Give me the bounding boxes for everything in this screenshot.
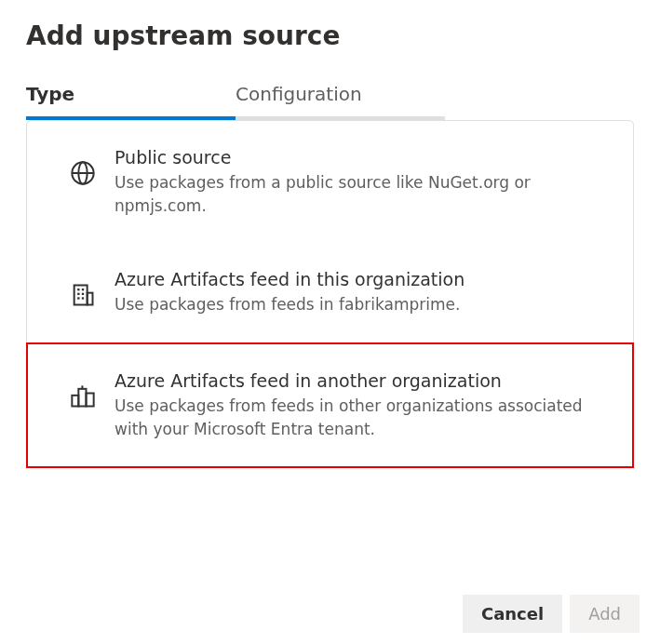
option-text: Public source Use packages from a public… (114, 147, 601, 217)
options-card: Public source Use packages from a public… (26, 120, 634, 468)
option-desc: Use packages from a public source like N… (114, 171, 601, 217)
svg-rect-13 (72, 396, 78, 407)
option-this-org[interactable]: Azure Artifacts feed in this organizatio… (27, 243, 633, 342)
dialog-title: Add upstream source (26, 20, 340, 51)
dialog-header: Add upstream source (26, 20, 634, 51)
city-icon (70, 383, 96, 409)
svg-rect-12 (82, 298, 84, 300)
cancel-button[interactable]: Cancel (463, 595, 562, 633)
option-other-org[interactable]: Azure Artifacts feed in another organiza… (28, 344, 632, 466)
tab-underline-active (26, 116, 236, 120)
tab-configuration[interactable]: Configuration (236, 83, 445, 116)
option-desc: Use packages from feeds in other organiz… (114, 395, 601, 440)
globe-icon (70, 160, 96, 186)
tab-type[interactable]: Type (26, 83, 236, 116)
close-button[interactable] (604, 21, 634, 51)
tabs: Type Configuration (26, 83, 634, 116)
option-title: Azure Artifacts feed in another organiza… (114, 370, 601, 391)
option-text: Azure Artifacts feed in another organiza… (114, 370, 601, 440)
tab-underline-inactive (236, 116, 445, 120)
add-button[interactable]: Add (570, 595, 640, 633)
svg-rect-9 (77, 293, 79, 295)
option-highlighted-border: Azure Artifacts feed in another organiza… (26, 342, 634, 468)
option-text: Azure Artifacts feed in this organizatio… (114, 269, 601, 316)
svg-rect-7 (77, 288, 79, 290)
svg-rect-10 (82, 293, 84, 295)
add-upstream-dialog: Add upstream source Type Configuration (0, 0, 660, 468)
option-desc: Use packages from feeds in fabrikamprime… (114, 293, 601, 316)
option-title: Public source (114, 147, 601, 168)
svg-rect-5 (74, 286, 88, 305)
svg-rect-11 (77, 298, 79, 300)
svg-rect-6 (88, 293, 93, 305)
svg-rect-8 (82, 288, 84, 290)
option-public-source[interactable]: Public source Use packages from a public… (27, 121, 633, 243)
svg-rect-15 (87, 393, 94, 406)
dialog-footer: Cancel Add (463, 595, 640, 633)
option-title: Azure Artifacts feed in this organizatio… (114, 269, 601, 289)
svg-rect-14 (78, 389, 86, 407)
building-icon (70, 282, 96, 308)
